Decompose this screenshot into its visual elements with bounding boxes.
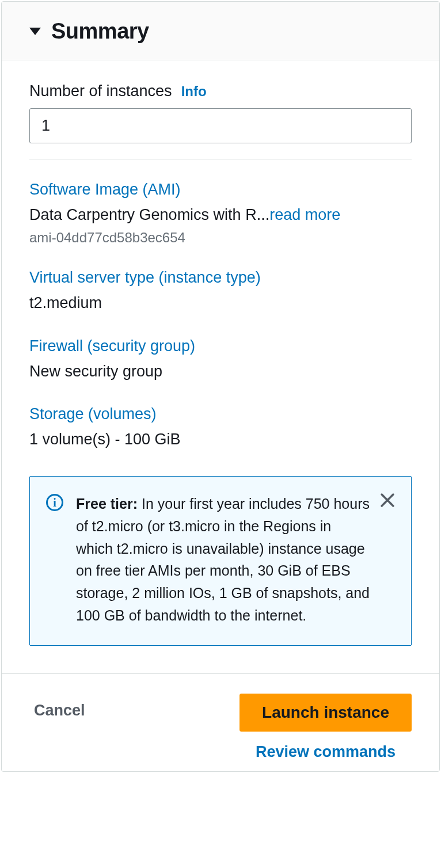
cancel-button[interactable]: Cancel: [29, 694, 90, 728]
firewall-heading[interactable]: Firewall (security group): [29, 337, 412, 355]
ami-id: ami-04dd77cd58b3ec654: [29, 230, 412, 246]
summary-title: Summary: [51, 19, 149, 44]
instances-label-row: Number of instances Info: [29, 82, 412, 100]
instance-type-section: Virtual server type (instance type) t2.m…: [29, 269, 412, 314]
divider: [29, 159, 412, 160]
firewall-value: New security group: [29, 361, 412, 383]
info-link[interactable]: Info: [181, 83, 207, 100]
right-actions: Launch instance Review commands: [239, 694, 412, 761]
caret-down-icon: [29, 28, 41, 35]
instances-input[interactable]: [29, 108, 412, 143]
free-tier-text: Free tier: In your first year includes 7…: [76, 493, 395, 627]
instance-type-value: t2.medium: [29, 292, 412, 314]
free-tier-label: Free tier:: [76, 496, 138, 512]
free-tier-body: In your first year includes 750 hours of…: [76, 496, 370, 623]
storage-value: 1 volume(s) - 100 GiB: [29, 429, 412, 451]
instance-type-heading[interactable]: Virtual server type (instance type): [29, 269, 412, 287]
summary-panel: Summary Number of instances Info Softwar…: [1, 1, 440, 772]
launch-instance-button[interactable]: Launch instance: [239, 694, 412, 732]
firewall-section: Firewall (security group) New security g…: [29, 337, 412, 383]
summary-body: Number of instances Info Software Image …: [2, 60, 439, 673]
info-icon: i: [46, 494, 63, 511]
storage-heading[interactable]: Storage (volumes): [29, 405, 412, 423]
ami-value-row: Data Carpentry Genomics with R...read mo…: [29, 204, 412, 226]
ami-heading[interactable]: Software Image (AMI): [29, 181, 412, 199]
footer: Cancel Launch instance Review commands: [2, 673, 439, 771]
storage-section: Storage (volumes) 1 volume(s) - 100 GiB: [29, 405, 412, 451]
ami-name: Data Carpentry Genomics with R...: [29, 206, 269, 223]
ami-section: Software Image (AMI) Data Carpentry Geno…: [29, 181, 412, 246]
review-commands-link[interactable]: Review commands: [256, 743, 396, 761]
read-more-link[interactable]: read more: [269, 206, 340, 223]
instances-label: Number of instances: [29, 82, 172, 100]
info-icon-wrap: i: [46, 493, 63, 627]
summary-header[interactable]: Summary: [2, 2, 439, 60]
free-tier-info-box: i Free tier: In your first year includes…: [29, 476, 412, 646]
close-icon[interactable]: [378, 490, 397, 510]
